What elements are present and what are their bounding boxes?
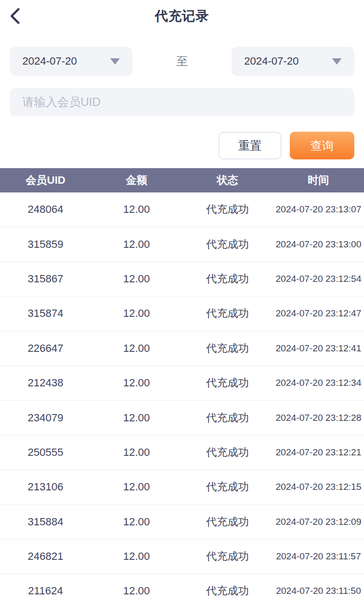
cell-status: 代充成功 xyxy=(182,341,273,356)
cell-uid: 315874 xyxy=(0,307,91,320)
back-chevron-icon xyxy=(9,7,21,25)
cell-status: 代充成功 xyxy=(182,584,273,598)
cell-time: 2024-07-20 23:13:07 xyxy=(273,204,364,215)
uid-input[interactable] xyxy=(10,88,354,116)
cell-time: 2024-07-20 23:12:09 xyxy=(273,517,364,527)
cell-uid: 248064 xyxy=(0,203,91,216)
date-from-picker[interactable]: 2024-07-20 xyxy=(10,47,132,76)
table-header: 会员UID 金额 状态 时间 xyxy=(0,168,364,192)
cell-status: 代充成功 xyxy=(182,445,273,460)
cell-time: 2024-07-20 23:12:41 xyxy=(273,343,364,354)
table-row: 23407912.00代充成功2024-07-20 23:12:28 xyxy=(0,400,364,435)
table-row: 31586712.00代充成功2024-07-20 23:12:54 xyxy=(0,262,364,296)
cell-amount: 12.00 xyxy=(91,342,182,355)
query-button[interactable]: 查询 xyxy=(290,132,354,159)
cell-amount: 12.00 xyxy=(91,203,182,216)
table-row: 22664712.00代充成功2024-07-20 23:12:41 xyxy=(0,331,364,366)
cell-time: 2024-07-20 23:11:57 xyxy=(273,551,364,562)
cell-status: 代充成功 xyxy=(182,237,273,252)
cell-uid: 226647 xyxy=(0,342,91,355)
column-header-amount: 金额 xyxy=(91,173,182,188)
cell-uid: 315859 xyxy=(0,238,91,251)
cell-uid: 234079 xyxy=(0,412,91,424)
date-to-value: 2024-07-20 xyxy=(244,55,299,68)
cell-uid: 212438 xyxy=(0,377,91,389)
cell-uid: 211624 xyxy=(0,585,91,597)
cell-uid: 250555 xyxy=(0,446,91,459)
cell-time: 2024-07-20 23:12:15 xyxy=(273,482,364,492)
cell-amount: 12.00 xyxy=(91,273,182,285)
column-header-status: 状态 xyxy=(182,173,273,188)
cell-status: 代充成功 xyxy=(182,515,273,529)
date-range-row: 2024-07-20 至 2024-07-20 xyxy=(10,47,354,76)
cell-status: 代充成功 xyxy=(182,480,273,494)
cell-time: 2024-07-20 23:11:50 xyxy=(273,586,364,596)
cell-amount: 12.00 xyxy=(91,307,182,320)
cell-time: 2024-07-20 23:12:47 xyxy=(273,308,364,319)
cell-status: 代充成功 xyxy=(182,272,273,286)
cell-time: 2024-07-20 23:13:00 xyxy=(273,239,364,250)
cell-status: 代充成功 xyxy=(182,306,273,321)
cell-amount: 12.00 xyxy=(91,446,182,459)
cell-time: 2024-07-20 23:12:34 xyxy=(273,378,364,388)
range-separator: 至 xyxy=(176,53,188,69)
table-row: 21310612.00代充成功2024-07-20 23:12:15 xyxy=(0,470,364,504)
cell-amount: 12.00 xyxy=(91,550,182,563)
cell-amount: 12.00 xyxy=(91,516,182,528)
nav-bar: 代充记录 xyxy=(0,0,364,32)
chevron-down-icon xyxy=(110,58,120,65)
table-row: 21162412.00代充成功2024-07-20 23:11:50 xyxy=(0,574,364,607)
cell-time: 2024-07-20 23:12:54 xyxy=(273,274,364,284)
recharge-records-page: 代充记录 2024-07-20 至 2024-07-20 重置 查询 会员UID… xyxy=(0,0,364,607)
column-header-time: 时间 xyxy=(273,173,364,188)
action-row: 重置 查询 xyxy=(10,132,354,159)
cell-uid: 315884 xyxy=(0,516,91,528)
cell-amount: 12.00 xyxy=(91,481,182,493)
date-from-value: 2024-07-20 xyxy=(22,55,77,68)
cell-status: 代充成功 xyxy=(182,411,273,425)
cell-amount: 12.00 xyxy=(91,238,182,251)
cell-uid: 315867 xyxy=(0,273,91,285)
cell-status: 代充成功 xyxy=(182,376,273,390)
reset-button[interactable]: 重置 xyxy=(218,132,281,159)
table-row: 24806412.00代充成功2024-07-20 23:13:07 xyxy=(0,192,364,227)
table-row: 31587412.00代充成功2024-07-20 23:12:47 xyxy=(0,296,364,331)
table-row: 25055512.00代充成功2024-07-20 23:12:21 xyxy=(0,435,364,470)
cell-amount: 12.00 xyxy=(91,412,182,424)
cell-status: 代充成功 xyxy=(182,549,273,564)
records-table: 会员UID 金额 状态 时间 24806412.00代充成功2024-07-20… xyxy=(0,168,364,607)
column-header-uid: 会员UID xyxy=(0,173,91,188)
cell-amount: 12.00 xyxy=(91,585,182,597)
page-title: 代充记录 xyxy=(155,7,209,25)
chevron-down-icon xyxy=(332,58,342,65)
table-row: 21243812.00代充成功2024-07-20 23:12:34 xyxy=(0,366,364,400)
cell-time: 2024-07-20 23:12:28 xyxy=(273,413,364,423)
table-row: 31588412.00代充成功2024-07-20 23:12:09 xyxy=(0,505,364,539)
back-button[interactable] xyxy=(5,6,25,26)
table-body: 24806412.00代充成功2024-07-20 23:13:07315859… xyxy=(0,192,364,607)
cell-uid: 246821 xyxy=(0,550,91,563)
cell-amount: 12.00 xyxy=(91,377,182,389)
cell-time: 2024-07-20 23:12:21 xyxy=(273,447,364,458)
table-row: 31585912.00代充成功2024-07-20 23:13:00 xyxy=(0,227,364,261)
table-row: 24682112.00代充成功2024-07-20 23:11:57 xyxy=(0,539,364,574)
date-to-picker[interactable]: 2024-07-20 xyxy=(232,47,354,76)
cell-status: 代充成功 xyxy=(182,202,273,217)
cell-uid: 213106 xyxy=(0,481,91,493)
